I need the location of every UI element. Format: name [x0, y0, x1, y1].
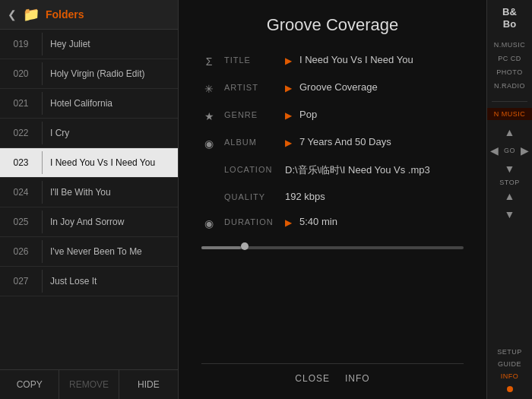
- info-row-value: Groove Coverage: [299, 81, 464, 93]
- info-row-icon: ◉: [201, 138, 217, 150]
- info-grid: ΣTITLE▶I Need You Vs I Need You✳ARTIST▶G…: [201, 54, 464, 230]
- up2-button[interactable]: ▲: [502, 188, 518, 204]
- info-row: ΣTITLE▶I Need You Vs I Need You: [201, 54, 464, 68]
- left-panel: ❮ 📁 Folders 019Hey Juliet020Holy Virgin …: [0, 0, 179, 399]
- track-number: 019: [0, 30, 42, 59]
- nav-nradio[interactable]: N.RADIO: [487, 80, 532, 92]
- main-footer: CLOSE INFO: [201, 363, 464, 384]
- track-name: I've Never Been To Me: [43, 237, 178, 266]
- left-footer: COPY REMOVE HIDE: [0, 369, 178, 399]
- info-arrow-icon: ▶: [285, 136, 292, 148]
- right-bottom-nav: SETUP GUIDE INFO: [487, 347, 532, 399]
- right-button[interactable]: ▶: [518, 142, 531, 159]
- info-row-label: TITLE: [224, 54, 277, 65]
- track-item[interactable]: 026I've Never Been To Me: [0, 237, 178, 267]
- folder-label: Folders: [46, 8, 84, 21]
- track-name: Just Lose It: [43, 267, 178, 296]
- track-number: 025: [0, 207, 42, 236]
- right-nav: N.MUSIC PC CD PHOTO N.RADIO: [487, 36, 532, 95]
- track-item[interactable]: 019Hey Juliet: [0, 30, 178, 59]
- nav-nmusic[interactable]: N.MUSIC: [487, 39, 532, 51]
- info-row: ◉ALBUM▶7 Years And 50 Days: [201, 136, 464, 150]
- info-button[interactable]: INFO: [345, 373, 370, 384]
- info-row-icon: ✳: [201, 83, 217, 95]
- info-row-label: QUALITY: [224, 191, 277, 201]
- track-item[interactable]: 027Just Lose It: [0, 267, 178, 296]
- track-name: Holy Virgin (Radio Edit): [43, 59, 178, 88]
- back-arrow-icon[interactable]: ❮: [8, 8, 17, 21]
- track-number: 023: [0, 148, 42, 177]
- info-row-icon: Σ: [201, 55, 217, 68]
- playback-controls: ▲ ◀ GO ▶ ▼ STOP ▲ ▼: [487, 124, 532, 223]
- info-row-label: GENRE: [224, 109, 277, 119]
- track-item[interactable]: 021Hotel California: [0, 89, 178, 119]
- info-row-label: ALBUM: [224, 136, 277, 147]
- hide-button[interactable]: HIDE: [119, 370, 178, 399]
- indicator-dot: [507, 386, 513, 392]
- info-row-value: I Need You Vs I Need You: [299, 54, 464, 65]
- info-row-label: DURATION: [224, 216, 277, 226]
- info-row-label: LOCATION: [224, 163, 277, 174]
- track-name: Hey Juliet: [43, 30, 178, 59]
- track-item[interactable]: 025In Joy And Sorrow: [0, 207, 178, 237]
- info-row-value: 7 Years And 50 Days: [299, 136, 464, 147]
- music-mode-label: N MUSIC: [487, 108, 532, 120]
- copy-button[interactable]: COPY: [0, 370, 59, 399]
- info-row-value: 5:40 min: [299, 216, 464, 227]
- setup-button[interactable]: SETUP: [496, 347, 524, 357]
- info-row-value: 192 kbps: [285, 191, 464, 202]
- info-arrow-icon: ▶: [285, 54, 292, 66]
- track-number: 020: [0, 59, 42, 88]
- up-button[interactable]: ▲: [502, 124, 518, 141]
- main-title: Groove Coverage: [201, 15, 464, 35]
- info-button[interactable]: INFO: [499, 371, 521, 382]
- left-button[interactable]: ◀: [488, 142, 501, 159]
- track-name: Hotel California: [43, 89, 178, 118]
- progress-thumb[interactable]: [241, 242, 249, 250]
- info-row: ★GENRE▶Pop: [201, 109, 464, 122]
- go-label: GO: [504, 147, 515, 154]
- track-name: I Need You Vs I Need You: [43, 148, 178, 177]
- track-item[interactable]: 024I'll Be With You: [0, 178, 178, 207]
- info-row-icon: ★: [201, 110, 217, 122]
- track-name: I Cry: [43, 119, 178, 147]
- brand-logo: B&Bo: [502, 0, 517, 36]
- info-row-value: Pop: [299, 109, 464, 120]
- info-row-label: ARTIST: [224, 81, 277, 92]
- track-list: 019Hey Juliet020Holy Virgin (Radio Edit)…: [0, 30, 178, 369]
- down-button[interactable]: ▼: [502, 160, 518, 177]
- info-arrow-icon: ▶: [285, 109, 292, 121]
- info-row-value: D:\音乐\临时\I Need You Vs .mp3: [285, 163, 464, 177]
- down2-button[interactable]: ▼: [502, 206, 518, 223]
- info-row-icon: ◉: [201, 217, 217, 230]
- info-row: ◉DURATION▶5:40 min: [201, 216, 464, 230]
- guide-button[interactable]: GUIDE: [496, 359, 523, 369]
- nav-pccd[interactable]: PC CD: [487, 52, 532, 65]
- progress-fill: [201, 246, 241, 249]
- stop-label: STOP: [499, 179, 519, 186]
- left-header: ❮ 📁 Folders: [0, 0, 178, 30]
- track-item[interactable]: 020Holy Virgin (Radio Edit): [0, 59, 178, 89]
- remove-button[interactable]: REMOVE: [59, 370, 119, 399]
- main-panel: Groove Coverage ΣTITLE▶I Need You Vs I N…: [179, 0, 486, 399]
- folder-icon: 📁: [23, 6, 40, 23]
- track-name: In Joy And Sorrow: [43, 207, 178, 236]
- track-name: I'll Be With You: [43, 178, 178, 207]
- info-row: ✳ARTIST▶Groove Coverage: [201, 81, 464, 95]
- track-item[interactable]: 023I Need You Vs I Need You: [0, 148, 178, 178]
- track-number: 024: [0, 178, 42, 207]
- info-row: QUALITY192 kbps: [201, 191, 464, 202]
- progress-bar[interactable]: [201, 245, 464, 251]
- info-arrow-icon: ▶: [285, 216, 292, 228]
- info-row: LOCATIOND:\音乐\临时\I Need You Vs .mp3: [201, 163, 464, 177]
- nav-photo[interactable]: PHOTO: [487, 66, 532, 78]
- track-number: 026: [0, 237, 42, 266]
- track-number: 021: [0, 89, 42, 118]
- right-panel: B&Bo N.MUSIC PC CD PHOTO N.RADIO N MUSIC…: [486, 0, 532, 399]
- divider-top: [492, 101, 527, 102]
- track-item[interactable]: 022I Cry: [0, 119, 178, 148]
- close-button[interactable]: CLOSE: [295, 373, 330, 384]
- track-number: 022: [0, 119, 42, 147]
- track-number: 027: [0, 267, 42, 296]
- info-arrow-icon: ▶: [285, 81, 292, 93]
